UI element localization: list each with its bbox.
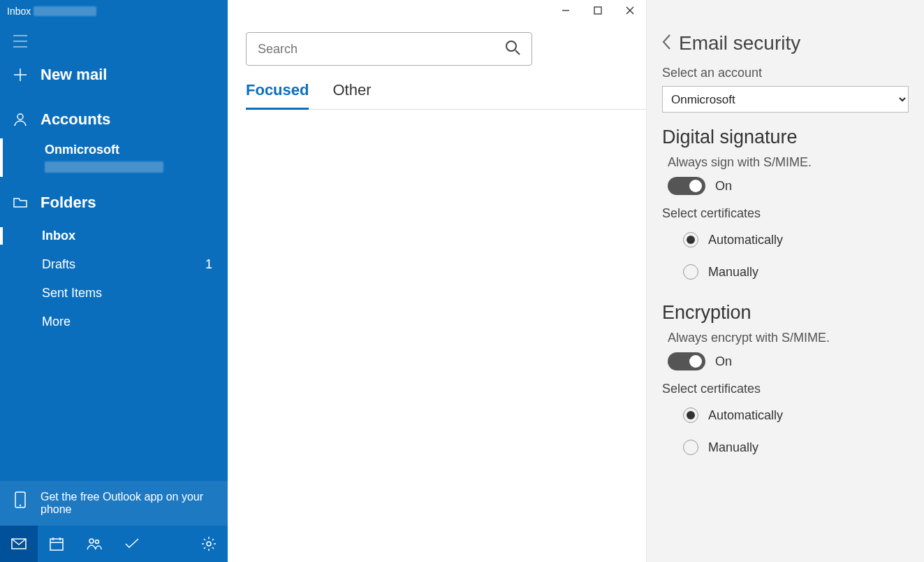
mail-nav-button[interactable]: [0, 526, 38, 562]
sidebar: Inbox New mail Accounts Onmicrosoft: [0, 0, 228, 562]
encrypt-cert-auto-label: Automatically: [708, 408, 783, 423]
account-select[interactable]: Onmicrosoft: [662, 86, 909, 113]
always-sign-toggle[interactable]: [668, 177, 705, 195]
accounts-header[interactable]: Accounts: [0, 101, 228, 138]
folder-drafts[interactable]: Drafts 1: [42, 250, 228, 279]
sign-select-certificates-label: Select certificates: [662, 206, 909, 221]
search-icon[interactable]: [505, 40, 520, 58]
settings-back-button[interactable]: [662, 32, 672, 55]
svg-point-6: [96, 540, 99, 544]
folders-header-label: Folders: [41, 194, 215, 212]
todo-nav-button[interactable]: [113, 526, 151, 562]
svg-point-9: [506, 41, 516, 51]
radio-icon: [683, 264, 698, 280]
folder-inbox-label: Inbox: [42, 229, 75, 243]
people-nav-button[interactable]: [75, 526, 113, 562]
svg-point-5: [89, 539, 94, 543]
folder-icon: [13, 195, 28, 210]
settings-nav-button[interactable]: [190, 526, 228, 562]
accounts-header-label: Accounts: [41, 110, 215, 129]
svg-point-2: [20, 505, 21, 506]
search-input[interactable]: [258, 42, 505, 57]
digital-signature-header: Digital signature: [662, 127, 909, 148]
outlook-app-promo-label: Get the free Outlook app on your phone: [41, 491, 215, 516]
radio-icon: [683, 440, 698, 455]
main-content: Focused Other: [228, 0, 646, 562]
tab-focused[interactable]: Focused: [246, 81, 309, 110]
minimize-button[interactable]: [550, 0, 582, 21]
encrypt-select-certificates-label: Select certificates: [662, 382, 909, 396]
account-email-redacted: [45, 161, 163, 173]
phone-icon: [13, 492, 28, 507]
folder-sent-items[interactable]: Sent Items: [42, 279, 228, 308]
maximize-button[interactable]: [582, 0, 614, 21]
radio-icon: [683, 232, 698, 247]
radio-icon: [683, 408, 698, 423]
folder-more-label: More: [42, 315, 71, 329]
window-title-bar: Inbox: [0, 0, 228, 22]
settings-pane: Email security Select an account Onmicro…: [646, 0, 924, 562]
sign-cert-auto-radio[interactable]: Automatically: [662, 224, 909, 256]
account-name-label: Onmicrosoft: [45, 143, 228, 157]
svg-rect-4: [50, 539, 63, 550]
select-account-label: Select an account: [662, 66, 909, 80]
folder-more[interactable]: More: [42, 308, 228, 336]
encrypt-cert-manual-label: Manually: [708, 440, 758, 455]
account-item-onmicrosoft[interactable]: Onmicrosoft: [0, 138, 228, 177]
outlook-app-promo[interactable]: Get the free Outlook app on your phone: [0, 481, 228, 526]
sign-cert-manual-label: Manually: [708, 265, 758, 280]
always-encrypt-label: Always encrypt with S/MIME.: [668, 331, 909, 345]
window-title: Inbox: [7, 6, 31, 17]
folders-header[interactable]: Folders: [0, 184, 228, 222]
always-sign-label: Always sign with S/MIME.: [668, 155, 909, 170]
new-mail-label: New mail: [41, 66, 215, 84]
window-controls: [550, 0, 646, 21]
sign-cert-auto-label: Automatically: [708, 233, 783, 247]
folder-drafts-label: Drafts: [42, 257, 75, 272]
svg-point-0: [17, 114, 23, 120]
svg-point-7: [207, 542, 211, 546]
folder-drafts-count: 1: [205, 257, 212, 272]
settings-title: Email security: [679, 32, 800, 55]
close-button[interactable]: [614, 0, 646, 21]
title-redacted: [34, 6, 96, 16]
svg-rect-8: [594, 7, 601, 14]
encrypt-cert-manual-radio[interactable]: Manually: [662, 431, 909, 463]
tab-other[interactable]: Other: [332, 81, 371, 109]
hamburger-menu-button[interactable]: [0, 22, 228, 56]
person-icon: [13, 112, 28, 127]
sidebar-bottom-bar: [0, 526, 228, 562]
encrypt-cert-auto-radio[interactable]: Automatically: [662, 399, 909, 431]
search-bar[interactable]: [246, 32, 532, 66]
sign-cert-manual-radio[interactable]: Manually: [662, 256, 909, 288]
folder-inbox[interactable]: Inbox: [42, 222, 228, 250]
calendar-nav-button[interactable]: [38, 526, 75, 562]
inbox-tabs: Focused Other: [246, 81, 646, 110]
folder-sent-label: Sent Items: [42, 286, 102, 301]
new-mail-button[interactable]: New mail: [0, 56, 228, 94]
plus-icon: [13, 67, 28, 82]
encryption-header: Encryption: [662, 302, 909, 324]
always-encrypt-toggle[interactable]: [668, 352, 705, 370]
always-encrypt-state: On: [715, 354, 732, 369]
always-sign-state: On: [715, 179, 732, 194]
